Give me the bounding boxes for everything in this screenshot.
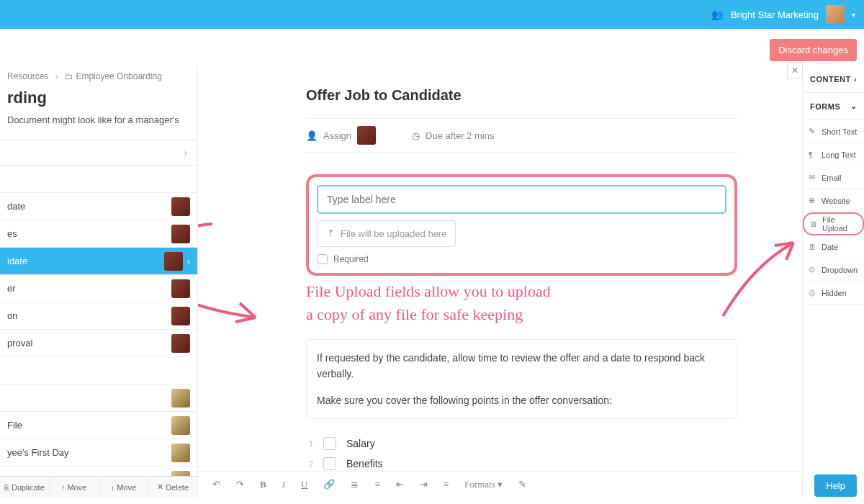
outdent-button[interactable]: ⇤ bbox=[393, 477, 407, 492]
task-item[interactable]: date bbox=[0, 193, 197, 220]
widget-icon: ⊙ bbox=[809, 265, 817, 274]
forms-section-toggle[interactable]: FORMS ⌄ bbox=[803, 93, 864, 120]
assignee-avatar bbox=[171, 389, 190, 408]
page-title[interactable]: Offer Job to Candidate bbox=[306, 87, 737, 104]
delete-button[interactable]: ✕Delete bbox=[148, 477, 197, 498]
task-body[interactable]: If requested by the candidate, allow tim… bbox=[306, 339, 737, 419]
upload-placeholder[interactable]: ⤒ File will be uploaded here bbox=[318, 220, 456, 247]
checkbox-icon[interactable] bbox=[323, 457, 336, 470]
task-label: date bbox=[7, 201, 25, 212]
assign-control[interactable]: 👤 Assign bbox=[306, 126, 376, 145]
form-widget-email[interactable]: ✉Email bbox=[803, 166, 864, 189]
form-widget-dropdown[interactable]: ⊙Dropdown bbox=[803, 258, 864, 282]
subtask-label: Salary bbox=[346, 438, 375, 449]
required-toggle[interactable]: Required bbox=[318, 254, 726, 264]
form-widget-file-upload[interactable]: 🗎File Upload bbox=[803, 212, 864, 235]
bold-button[interactable]: B bbox=[257, 477, 269, 492]
action-row: Discard changes bbox=[0, 29, 864, 66]
folder-icon: 🗀 bbox=[65, 71, 73, 81]
checkbox-icon[interactable] bbox=[323, 437, 336, 450]
field-label-input[interactable] bbox=[318, 186, 726, 213]
task-meta: 👤 Assign ◷ Due after 2 mins bbox=[306, 118, 737, 153]
assignee-avatar bbox=[171, 416, 190, 435]
subtask-item[interactable]: 1Salary bbox=[306, 433, 737, 454]
company-name[interactable]: Bright Star Marketing bbox=[731, 9, 819, 20]
widget-icon: ⊕ bbox=[809, 196, 817, 205]
widget-icon: 🗓 bbox=[809, 243, 817, 251]
arrow-down-icon: ↓ bbox=[111, 483, 115, 492]
task-item[interactable]: yee's First Day bbox=[0, 439, 197, 467]
move-up-button[interactable]: ↑Move bbox=[50, 477, 99, 498]
widget-label: Email bbox=[822, 174, 842, 182]
task-item[interactable] bbox=[0, 384, 197, 412]
chevron-right-icon: › bbox=[854, 75, 857, 84]
assignee-avatar bbox=[171, 279, 190, 298]
breadcrumb-item[interactable]: Employee Onboarding bbox=[76, 71, 161, 81]
numbered-list-button[interactable]: ≡ bbox=[372, 477, 382, 492]
undo-button[interactable]: ↶ bbox=[210, 477, 223, 492]
help-button[interactable]: Help bbox=[814, 474, 857, 497]
form-widget-short-text[interactable]: ✎Short Text bbox=[803, 120, 864, 143]
move-down-button[interactable]: ↓Move bbox=[99, 477, 149, 498]
redo-button[interactable]: ↷ bbox=[233, 477, 247, 492]
form-widget-hidden[interactable]: ◎Hidden bbox=[803, 282, 864, 305]
task-item[interactable] bbox=[0, 357, 197, 384]
assignee-avatar bbox=[171, 225, 190, 243]
task-label: proval bbox=[7, 338, 32, 348]
content-section-toggle[interactable]: CONTENT › bbox=[803, 66, 864, 93]
task-item[interactable]: on bbox=[0, 302, 197, 330]
user-icon: 👤 bbox=[306, 130, 318, 141]
subtask-label: Benefits bbox=[346, 458, 383, 469]
form-widget-website[interactable]: ⊕Website bbox=[803, 189, 864, 212]
task-toolbar: ⎘Duplicate ↑Move ↓Move ✕Delete bbox=[0, 476, 197, 498]
task-label: yee's First Day bbox=[7, 447, 69, 458]
edit-button[interactable]: ✎ bbox=[516, 477, 529, 492]
widget-label: Short Text bbox=[822, 127, 857, 136]
breadcrumb: Resources › 🗀 Employee Onboarding bbox=[0, 66, 197, 87]
user-avatar[interactable] bbox=[826, 5, 845, 24]
widget-icon: ◎ bbox=[809, 288, 817, 297]
task-item[interactable]: er bbox=[0, 275, 197, 302]
task-label: es bbox=[7, 228, 17, 239]
italic-button[interactable]: I bbox=[279, 477, 288, 492]
task-item[interactable]: idate‹ bbox=[0, 248, 197, 275]
annotation-text: File Upload fields allow you to upload a… bbox=[306, 280, 737, 326]
assignee-avatar bbox=[357, 126, 376, 145]
indent-button[interactable]: ⇥ bbox=[417, 477, 431, 492]
widget-label: Long Text bbox=[822, 150, 856, 159]
widget-icon: 🗎 bbox=[810, 220, 818, 228]
duplicate-button[interactable]: ⎘Duplicate bbox=[0, 477, 50, 498]
chevron-down-icon[interactable]: ▾ bbox=[852, 11, 855, 19]
widget-label: File Upload bbox=[822, 215, 857, 233]
underline-button[interactable]: U bbox=[298, 477, 310, 492]
breadcrumb-item[interactable]: Resources bbox=[7, 71, 48, 81]
formats-dropdown[interactable]: Formats ▾ bbox=[462, 477, 505, 492]
task-list: dateesidate‹eronprovalFileyee's First Da… bbox=[0, 166, 197, 494]
delete-icon: ✕ bbox=[157, 482, 163, 492]
discard-button[interactable]: Discard changes bbox=[770, 39, 857, 61]
task-group-toggle[interactable]: › bbox=[0, 140, 197, 166]
align-button[interactable]: ≡ bbox=[441, 477, 451, 492]
due-control[interactable]: ◷ Due after 2 mins bbox=[412, 130, 494, 141]
assignee-avatar bbox=[171, 444, 190, 462]
file-upload-field-config[interactable]: ⤒ File will be uploaded here Required bbox=[306, 174, 737, 276]
task-sidebar: Resources › 🗀 Employee Onboarding rding … bbox=[0, 66, 198, 498]
task-item[interactable]: es bbox=[0, 220, 197, 248]
arrow-up-icon: ↑ bbox=[61, 483, 66, 492]
task-item[interactable]: File bbox=[0, 412, 197, 439]
template-title: rding bbox=[0, 87, 197, 114]
close-panel-button[interactable]: ✕ bbox=[787, 63, 803, 78]
link-button[interactable]: 🔗 bbox=[320, 477, 338, 492]
widget-label: Dropdown bbox=[822, 266, 858, 274]
task-item[interactable] bbox=[0, 166, 197, 193]
form-widget-date[interactable]: 🗓Date bbox=[803, 235, 864, 258]
template-description: Document might look like for a manager's bbox=[0, 114, 197, 140]
bullet-list-button[interactable]: ≣ bbox=[348, 477, 361, 492]
users-icon: 👥 bbox=[711, 9, 724, 20]
upload-icon: ⤒ bbox=[327, 228, 335, 239]
top-bar: 👥 Bright Star Marketing ▾ bbox=[0, 0, 864, 29]
widget-label: Website bbox=[822, 197, 850, 205]
task-item[interactable]: proval bbox=[0, 330, 197, 357]
form-widget-long-text[interactable]: ¶Long Text bbox=[803, 143, 864, 166]
subtask-number: 1 bbox=[306, 439, 313, 448]
